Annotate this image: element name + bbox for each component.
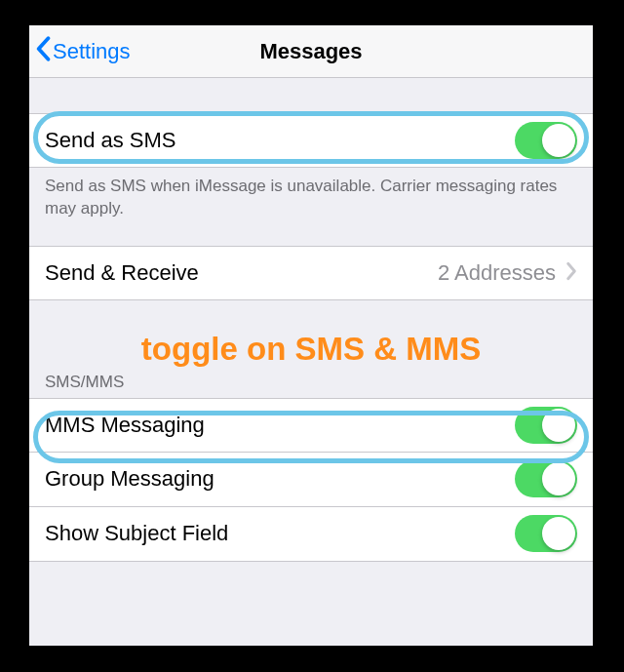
row-send-receive[interactable]: Send & Receive 2 Addresses <box>29 246 593 300</box>
back-label: Settings <box>53 39 131 64</box>
row-label: Send as SMS <box>45 128 515 153</box>
footer-send-as-sms: Send as SMS when iMessage is unavailable… <box>29 168 593 220</box>
row-label: Show Subject Field <box>45 521 515 546</box>
sms-mms-group: MMS Messaging Group Messaging Show Subje… <box>29 398 593 562</box>
toggle-group-messaging[interactable] <box>515 460 577 497</box>
row-group-messaging[interactable]: Group Messaging <box>29 453 593 507</box>
row-mms-messaging[interactable]: MMS Messaging <box>29 398 593 453</box>
row-label: MMS Messaging <box>45 413 515 438</box>
row-value: 2 Addresses <box>438 260 556 286</box>
toggle-show-subject[interactable] <box>515 515 577 552</box>
row-send-as-sms[interactable]: Send as SMS <box>29 113 593 168</box>
section-header-sms-mms: SMS/MMS <box>29 373 593 398</box>
back-button[interactable]: Settings <box>29 25 131 77</box>
settings-screen: Settings Messages Send as SMS Send as SM… <box>29 25 593 646</box>
toggle-mms-messaging[interactable] <box>515 407 577 444</box>
navbar: Settings Messages <box>29 25 593 78</box>
row-label: Send & Receive <box>45 260 438 286</box>
row-label: Group Messaging <box>45 466 515 492</box>
row-show-subject[interactable]: Show Subject Field <box>29 507 593 562</box>
toggle-send-as-sms[interactable] <box>515 122 577 159</box>
chevron-right-icon <box>566 261 577 285</box>
chevron-left-icon <box>35 36 51 67</box>
